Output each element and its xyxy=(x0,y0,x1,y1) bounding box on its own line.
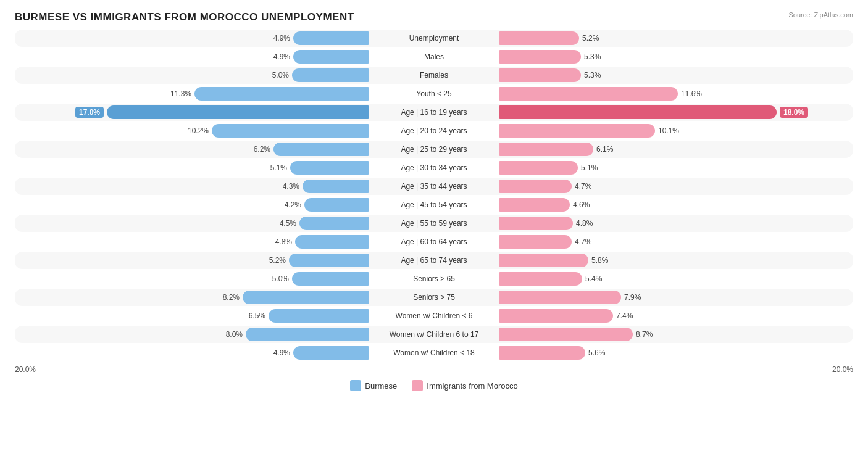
bar-blue xyxy=(273,143,369,156)
table-row: 6.2% Age | 25 to 29 years 6.1% xyxy=(15,141,853,158)
left-half: 4.9% xyxy=(15,346,369,360)
legend-burmese-label: Burmese xyxy=(365,381,397,391)
right-value: 8.7% xyxy=(636,330,658,339)
left-half: 5.2% xyxy=(15,254,369,267)
left-value: 6.5% xyxy=(243,312,265,320)
left-value: 10.2% xyxy=(186,126,209,135)
left-half: 10.2% xyxy=(15,124,369,138)
bar-blue xyxy=(107,105,369,119)
right-half: 5.8% xyxy=(499,254,853,267)
chart-container: BURMESE VS IMMIGRANTS FROM MOROCCO UNEMP… xyxy=(0,0,868,403)
bar-pink xyxy=(499,124,655,138)
left-value: 5.0% xyxy=(267,275,289,283)
table-row: 5.0% Seniors > 65 5.4% xyxy=(15,270,853,287)
row-label: Age | 35 to 44 years xyxy=(369,182,499,191)
bar-blue xyxy=(269,309,369,323)
right-half: 8.7% xyxy=(499,328,853,341)
bar-pink xyxy=(499,50,581,64)
left-half: 8.0% xyxy=(15,328,369,341)
bar-pink xyxy=(499,105,777,119)
left-half: 17.0% xyxy=(15,105,369,119)
left-value: 4.2% xyxy=(279,200,301,209)
left-half: 5.0% xyxy=(15,68,369,82)
right-value: 7.9% xyxy=(624,293,646,302)
right-half: 6.1% xyxy=(499,143,853,156)
left-value: 4.9% xyxy=(268,34,290,43)
bar-pink xyxy=(499,31,579,45)
right-value: 11.6% xyxy=(681,89,703,98)
right-half: 5.3% xyxy=(499,50,853,64)
left-value: 4.5% xyxy=(274,219,296,228)
bar-blue xyxy=(293,346,369,360)
right-half: 4.7% xyxy=(499,235,853,249)
row-label: Age | 55 to 59 years xyxy=(369,219,499,228)
table-row: 4.9% Women w/ Children < 18 5.6% xyxy=(15,344,853,362)
right-half: 10.1% xyxy=(499,124,853,138)
left-value: 11.3% xyxy=(169,89,191,98)
right-value: 5.3% xyxy=(584,71,606,80)
row-label: Youth < 25 xyxy=(369,89,499,98)
left-half: 5.0% xyxy=(15,272,369,286)
table-row: 8.2% Seniors > 75 7.9% xyxy=(15,289,853,306)
right-value: 5.4% xyxy=(585,275,607,283)
left-half: 5.1% xyxy=(15,161,369,175)
row-label: Women w/ Children 6 to 17 xyxy=(369,330,499,339)
left-half: 4.9% xyxy=(15,31,369,45)
bar-blue xyxy=(243,291,369,304)
bar-blue xyxy=(292,272,369,286)
left-half: 6.5% xyxy=(15,309,369,323)
left-half: 6.2% xyxy=(15,143,369,156)
left-half: 4.8% xyxy=(15,235,369,249)
right-value: 4.8% xyxy=(576,219,598,228)
left-value: 4.9% xyxy=(268,52,290,61)
row-label: Women w/ Children < 6 xyxy=(369,312,499,320)
left-half: 4.3% xyxy=(15,180,369,193)
left-value: 4.9% xyxy=(268,349,290,357)
right-value: 5.6% xyxy=(588,349,611,357)
right-half: 7.9% xyxy=(499,291,853,304)
bar-pink xyxy=(499,217,573,230)
right-value: 4.6% xyxy=(573,200,595,209)
left-value: 4.8% xyxy=(270,238,292,246)
legend: Burmese Immigrants from Morocco xyxy=(15,380,853,391)
row-label: Males xyxy=(369,52,499,61)
row-label: Females xyxy=(369,71,499,80)
left-half: 4.9% xyxy=(15,50,369,64)
right-value: 5.3% xyxy=(584,52,606,61)
row-label: Seniors > 65 xyxy=(369,275,499,283)
bar-pink xyxy=(499,235,572,249)
bar-pink xyxy=(499,291,621,304)
right-value: 6.1% xyxy=(596,145,619,154)
right-half: 5.3% xyxy=(499,68,853,82)
table-row: 4.3% Age | 35 to 44 years 4.7% xyxy=(15,178,853,195)
table-row: 5.0% Females 5.3% xyxy=(15,67,853,84)
left-half: 8.2% xyxy=(15,291,369,304)
right-value: 7.4% xyxy=(616,312,638,320)
bar-blue xyxy=(194,87,369,101)
table-row: 5.2% Age | 65 to 74 years 5.8% xyxy=(15,252,853,269)
bar-pink xyxy=(499,198,570,212)
row-label: Age | 16 to 19 years xyxy=(369,108,499,117)
table-row: 8.0% Women w/ Children 6 to 17 8.7% xyxy=(15,326,853,343)
table-row: 4.2% Age | 45 to 54 years 4.6% xyxy=(15,196,853,213)
axis-row: 20.0% 20.0% xyxy=(15,365,853,374)
bar-blue xyxy=(246,328,369,341)
row-label: Women w/ Children < 18 xyxy=(369,349,499,357)
bar-blue xyxy=(212,124,369,138)
legend-morocco-box xyxy=(412,380,423,391)
row-label: Age | 20 to 24 years xyxy=(369,126,499,135)
right-half: 4.6% xyxy=(499,198,853,212)
left-value: 5.0% xyxy=(267,71,289,80)
bar-pink xyxy=(499,143,593,156)
bar-pink xyxy=(499,346,585,360)
left-half: 4.5% xyxy=(15,217,369,230)
chart-title: BURMESE VS IMMIGRANTS FROM MOROCCO UNEMP… xyxy=(15,11,853,23)
row-label: Age | 60 to 64 years xyxy=(369,238,499,246)
table-row: 6.5% Women w/ Children < 6 7.4% xyxy=(15,307,853,324)
right-half: 7.4% xyxy=(499,309,853,323)
row-label: Age | 25 to 29 years xyxy=(369,145,499,154)
bar-blue xyxy=(295,235,369,249)
bar-pink xyxy=(499,309,613,323)
bar-blue xyxy=(290,161,369,175)
left-value: 8.0% xyxy=(220,330,243,339)
